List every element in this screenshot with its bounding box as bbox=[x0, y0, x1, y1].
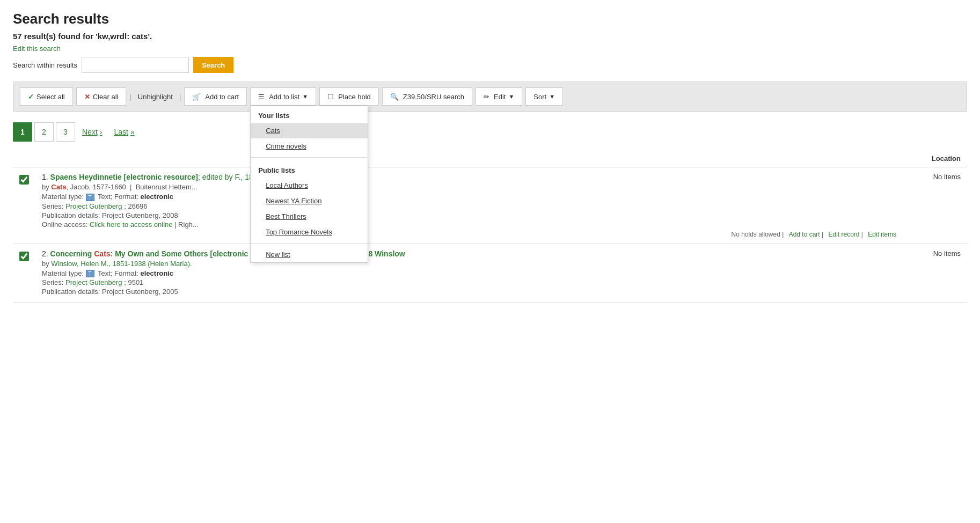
result-location-1: No items bbox=[903, 167, 967, 244]
result-author-2: by Winslow, Helen M., 1851-1938 (Helen M… bbox=[42, 260, 896, 268]
result-material-type-1: Material type: T Text; Format: electroni… bbox=[42, 193, 896, 201]
table-row: 1. Spaens Heydinnetie [electronic resour… bbox=[13, 167, 967, 244]
x-icon: ✕ bbox=[84, 93, 90, 101]
material-type-icon-1: T bbox=[86, 194, 94, 201]
result-title-row-2: 2. Concerning Cats: My Own and Some Othe… bbox=[42, 249, 896, 258]
add-to-list-menu: Your lists Cats Crime novels Public list… bbox=[250, 106, 368, 263]
page-1-button[interactable]: 1 bbox=[13, 122, 32, 142]
select-all-label: Select all bbox=[36, 93, 65, 101]
location-col-header: Location bbox=[903, 150, 967, 167]
list-icon: ☰ bbox=[258, 93, 265, 101]
checkbox-cell-1 bbox=[13, 167, 35, 244]
place-hold-button[interactable]: ☐ Place hold bbox=[319, 87, 379, 106]
unhighlight-button[interactable]: Unhighlight bbox=[135, 93, 176, 101]
last-label: Last bbox=[114, 128, 128, 136]
toolbar: ✓ Select all ✕ Clear all | Unhighlight |… bbox=[13, 82, 967, 112]
add-to-cart-button[interactable]: 🛒 Add to cart bbox=[184, 87, 247, 106]
sort-dropdown-arrow-icon: ▼ bbox=[549, 93, 555, 100]
result-checkbox-2[interactable] bbox=[19, 252, 29, 261]
pagination: 1 2 3 Next › Last » bbox=[13, 122, 967, 142]
result-series-2: Series: Project Gutenberg ; 9501 bbox=[42, 278, 896, 286]
clear-all-button[interactable]: ✕ Clear all bbox=[76, 87, 127, 106]
list-item-newest-ya[interactable]: Newest YA Fiction bbox=[251, 193, 368, 209]
result-location-2: No items bbox=[903, 244, 967, 303]
edit-items-action-1[interactable]: Edit items bbox=[868, 231, 896, 238]
page-3-button[interactable]: 3 bbox=[56, 122, 75, 142]
checkmark-icon: ✓ bbox=[28, 93, 34, 101]
search-within-input[interactable] bbox=[82, 57, 189, 73]
online-access-link-1[interactable]: Click here to access online bbox=[90, 220, 173, 229]
results-table: Location 1. Spaens Heydinnetie [electron… bbox=[13, 150, 967, 303]
last-button[interactable]: Last » bbox=[109, 122, 139, 142]
edit-dropdown-arrow-icon: ▼ bbox=[508, 93, 514, 100]
author-link-2[interactable]: Winslow, Helen M., 1851-1938 (Helen Mari… bbox=[51, 260, 192, 268]
z3950-label: Z39.50/SRU search bbox=[403, 93, 464, 101]
series-link-1[interactable]: Project Gutenberg bbox=[65, 202, 122, 210]
result-number-1: 1. bbox=[42, 173, 50, 181]
z3950-button[interactable]: 🔍 Z39.50/SRU search bbox=[382, 87, 472, 106]
list-item-crime-novels[interactable]: Crime novels bbox=[251, 138, 368, 154]
new-list-item[interactable]: New list bbox=[251, 247, 368, 262]
add-to-list-label: Add to list bbox=[269, 93, 299, 101]
result-count: 57 result(s) found for 'kw,wrdl: cats'. bbox=[13, 32, 967, 41]
separator-2: | bbox=[179, 93, 181, 101]
checkbox-col-header bbox=[13, 150, 35, 167]
select-all-button[interactable]: ✓ Select all bbox=[20, 87, 73, 106]
dropdown-divider-2 bbox=[251, 243, 368, 244]
separator-1: | bbox=[129, 93, 131, 101]
sort-label: Sort bbox=[533, 93, 546, 101]
edit-record-action-1[interactable]: Edit record bbox=[828, 231, 859, 238]
your-lists-title: Your lists bbox=[251, 106, 368, 123]
edit-search-link[interactable]: Edit this search bbox=[13, 45, 61, 53]
result-series-1: Series: Project Gutenberg ; 26696 bbox=[42, 202, 896, 210]
result-online-1: Online access: Click here to access onli… bbox=[42, 220, 896, 229]
result-pub-1: Publication details: Project Gutenberg, … bbox=[42, 211, 896, 219]
list-item-top-romance[interactable]: Top Romance Novels bbox=[251, 224, 368, 240]
dropdown-arrow-icon: ▼ bbox=[302, 93, 308, 100]
material-type-icon-2: T bbox=[86, 270, 94, 277]
result-pub-2: Publication details: Project Gutenberg, … bbox=[42, 288, 896, 296]
public-lists-title: Public lists bbox=[251, 161, 368, 178]
search-within-label: Search within results bbox=[13, 61, 77, 69]
add-to-cart-action-1[interactable]: Add to cart bbox=[789, 231, 820, 238]
search-within-button[interactable]: Search bbox=[193, 57, 233, 73]
edit-button[interactable]: ✏ Edit ▼ bbox=[476, 87, 522, 106]
next-arrow-icon: › bbox=[100, 128, 103, 136]
next-label: Next bbox=[82, 128, 98, 136]
sort-button[interactable]: Sort ▼ bbox=[525, 87, 563, 106]
series-link-2[interactable]: Project Gutenberg bbox=[65, 278, 122, 286]
checkbox-cell-2 bbox=[13, 244, 35, 303]
cart-icon: 🛒 bbox=[192, 93, 201, 101]
add-to-list-button[interactable]: ☰ Add to list ▼ bbox=[250, 87, 316, 106]
place-hold-label: Place hold bbox=[338, 93, 371, 101]
pencil-icon: ✏ bbox=[484, 93, 489, 101]
result-number-2: 2. bbox=[42, 249, 50, 258]
result-content-2: 2. Concerning Cats: My Own and Some Othe… bbox=[35, 244, 903, 303]
next-button[interactable]: Next › bbox=[77, 122, 107, 142]
dropdown-divider-1 bbox=[251, 157, 368, 158]
last-arrow-icon: » bbox=[130, 128, 135, 136]
author-highlight-link-1[interactable]: Cats bbox=[51, 183, 66, 191]
search-icon-sm: 🔍 bbox=[390, 93, 399, 101]
add-to-list-dropdown: ☰ Add to list ▼ Your lists Cats Crime no… bbox=[250, 87, 316, 106]
list-item-cats[interactable]: Cats bbox=[251, 123, 368, 138]
search-within-row: Search within results Search bbox=[13, 57, 967, 73]
page-title: Search results bbox=[13, 11, 967, 27]
result-material-type-2: Material type: T Text; Format: electroni… bbox=[42, 269, 896, 278]
edit-label: Edit bbox=[494, 93, 506, 101]
list-item-local-authors[interactable]: Local Authors bbox=[251, 178, 368, 193]
title-col-header bbox=[35, 150, 903, 167]
hold-icon: ☐ bbox=[327, 93, 334, 101]
result-checkbox-1[interactable] bbox=[19, 175, 29, 185]
result-content-1: 1. Spaens Heydinnetie [electronic resour… bbox=[35, 167, 903, 244]
table-row: 2. Concerning Cats: My Own and Some Othe… bbox=[13, 244, 967, 303]
list-item-best-thrillers[interactable]: Best Thrillers bbox=[251, 209, 368, 224]
result-author-1: by Cats, Jacob, 1577-1660 | Buitenrust H… bbox=[42, 183, 896, 191]
add-to-cart-label: Add to cart bbox=[205, 93, 239, 101]
clear-all-label: Clear all bbox=[93, 93, 119, 101]
main-content: Search results 57 result(s) found for 'k… bbox=[0, 0, 980, 523]
result-actions-1: No holds allowed | Add to cart | Edit re… bbox=[42, 231, 896, 238]
page-2-button[interactable]: 2 bbox=[34, 122, 54, 142]
result-title-row-1: 1. Spaens Heydinnetie [electronic resour… bbox=[42, 173, 896, 181]
